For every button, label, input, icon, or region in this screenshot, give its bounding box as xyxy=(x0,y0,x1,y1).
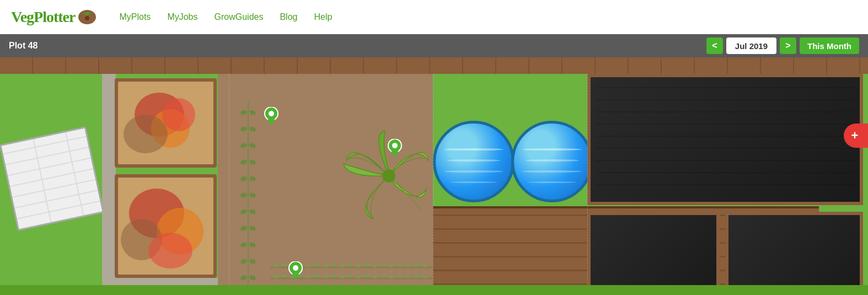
bottom-green-strip xyxy=(0,285,868,295)
raised-bed-top-border xyxy=(115,78,217,168)
svg-point-40 xyxy=(381,263,386,266)
mulch-bed-bottom-left xyxy=(587,212,720,295)
date-nav: < Jul 2019 > This Month xyxy=(706,37,859,54)
svg-point-57 xyxy=(364,274,369,277)
logo-icon xyxy=(77,9,97,25)
svg-point-14 xyxy=(249,192,256,199)
svg-point-17 xyxy=(240,225,248,232)
svg-point-50 xyxy=(306,275,312,278)
svg-point-44 xyxy=(414,263,419,266)
svg-point-33 xyxy=(323,264,328,267)
svg-point-52 xyxy=(323,275,328,278)
raised-bed-bottom-border xyxy=(115,174,217,278)
water-butt-1 xyxy=(433,121,515,202)
svg-point-31 xyxy=(306,264,312,267)
svg-point-13 xyxy=(240,192,248,199)
svg-point-61 xyxy=(397,274,403,277)
svg-point-55 xyxy=(347,274,353,277)
svg-point-23 xyxy=(240,275,248,281)
add-icon: + xyxy=(851,128,859,143)
nav-growguides[interactable]: GrowGuides xyxy=(215,12,264,22)
raised-bed-bottom-fill xyxy=(118,178,213,275)
logo[interactable]: VegPlotter xyxy=(11,8,97,26)
svg-point-65 xyxy=(382,169,395,183)
svg-point-62 xyxy=(405,275,411,278)
mulch-bed-top xyxy=(587,74,863,205)
add-button[interactable]: + xyxy=(844,124,868,148)
svg-point-68 xyxy=(269,111,274,116)
svg-point-64 xyxy=(422,275,427,278)
cold-frame xyxy=(0,126,104,231)
svg-point-39 xyxy=(372,264,378,267)
svg-point-43 xyxy=(405,264,411,267)
this-month-button[interactable]: This Month xyxy=(800,37,859,54)
svg-point-18 xyxy=(249,225,256,232)
plot-label: Plot 48 xyxy=(9,41,37,51)
fence-top xyxy=(0,57,868,74)
svg-point-1 xyxy=(85,16,89,20)
svg-point-34 xyxy=(331,263,336,266)
svg-point-53 xyxy=(331,274,336,277)
svg-point-15 xyxy=(240,208,248,215)
svg-point-10 xyxy=(249,159,256,165)
svg-point-35 xyxy=(339,264,345,267)
toolbar: Plot 48 < Jul 2019 > This Month xyxy=(0,34,868,57)
svg-marker-72 xyxy=(390,149,399,158)
nav-myplots[interactable]: MyPlots xyxy=(119,12,151,22)
svg-point-46 xyxy=(273,275,278,278)
nav-myjobs[interactable]: MyJobs xyxy=(167,12,197,22)
mulch-bed-bottom-right xyxy=(725,212,863,295)
svg-point-60 xyxy=(389,275,394,278)
svg-point-36 xyxy=(347,263,353,266)
nav-help[interactable]: Help xyxy=(314,12,332,22)
svg-point-6 xyxy=(249,126,256,132)
svg-point-47 xyxy=(281,274,287,277)
water-butt-2 xyxy=(511,121,593,202)
svg-point-24 xyxy=(249,275,256,281)
svg-point-22 xyxy=(249,258,256,265)
svg-point-3 xyxy=(240,109,248,116)
svg-point-54 xyxy=(339,275,345,278)
svg-point-19 xyxy=(240,242,248,248)
nav-blog[interactable]: Blog xyxy=(280,12,297,22)
svg-marker-75 xyxy=(291,271,300,280)
svg-point-21 xyxy=(240,258,248,265)
svg-point-20 xyxy=(249,242,256,248)
prev-month-button[interactable]: < xyxy=(706,37,723,54)
date-display: Jul 2019 xyxy=(726,37,776,54)
svg-point-45 xyxy=(422,264,427,267)
svg-point-8 xyxy=(249,142,256,149)
svg-point-4 xyxy=(249,109,256,116)
next-month-button[interactable]: > xyxy=(780,37,796,54)
header: VegPlotter MyPlots MyJobs GrowGuides Blo… xyxy=(0,0,868,34)
svg-point-11 xyxy=(240,175,248,182)
svg-point-37 xyxy=(356,264,361,267)
svg-point-74 xyxy=(293,265,298,271)
logo-text: VegPlotter xyxy=(11,8,75,26)
svg-point-56 xyxy=(356,275,361,278)
svg-point-9 xyxy=(240,159,248,165)
svg-point-12 xyxy=(249,175,256,182)
boundary-line-3 xyxy=(587,74,588,295)
garden-area[interactable]: + xyxy=(0,57,868,295)
boundary-line-2 xyxy=(433,74,433,295)
svg-marker-69 xyxy=(267,117,276,126)
svg-point-7 xyxy=(240,142,248,149)
svg-point-59 xyxy=(381,274,386,277)
plant-pin-1[interactable] xyxy=(264,107,279,128)
plant-pin-3[interactable] xyxy=(288,261,303,282)
svg-point-51 xyxy=(314,274,320,277)
svg-point-38 xyxy=(364,263,369,266)
boundary-line-1 xyxy=(229,74,229,295)
seedling-rows-left xyxy=(237,101,259,294)
svg-point-28 xyxy=(281,263,287,266)
svg-point-16 xyxy=(249,208,256,215)
plant-pin-2[interactable] xyxy=(387,139,403,160)
svg-point-5 xyxy=(240,126,248,132)
svg-point-58 xyxy=(372,275,378,278)
svg-point-71 xyxy=(392,143,398,148)
svg-point-42 xyxy=(397,263,403,266)
raised-bed-top-fill xyxy=(118,82,213,164)
gravel-path-left xyxy=(102,74,116,295)
svg-point-32 xyxy=(314,263,320,266)
